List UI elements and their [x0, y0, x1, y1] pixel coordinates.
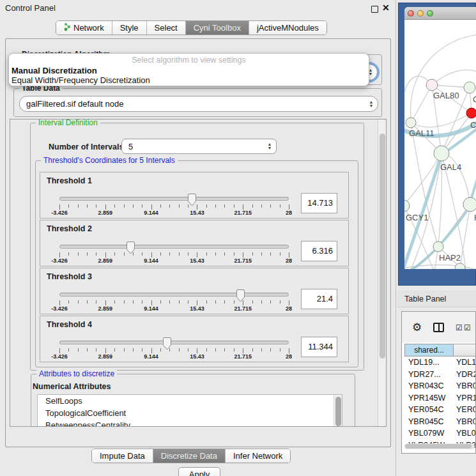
- node-gal11[interactable]: [406, 118, 416, 128]
- checkbox-icon[interactable]: ☑: [464, 323, 471, 332]
- cell[interactable]: YBL0: [454, 427, 476, 440]
- panel-scrollbar[interactable]: [378, 119, 386, 426]
- tab-infer-network[interactable]: Infer Network: [226, 449, 290, 463]
- tick-mark: [206, 252, 207, 256]
- tab-jactivemnodules[interactable]: jActiveMNodules: [249, 21, 326, 35]
- tab-label: Cyni Toolbox: [194, 23, 241, 33]
- cell[interactable]: YDL1: [454, 357, 476, 369]
- table-row[interactable]: YBR043CYBR0: [404, 380, 476, 392]
- network-canvas[interactable]: GAL80GACGAL11GAL4GCY1HHAP2: [404, 20, 476, 269]
- cell[interactable]: YPR145W: [404, 392, 454, 404]
- cell[interactable]: YIL052C: [404, 451, 454, 454]
- cell[interactable]: YER0: [454, 404, 476, 416]
- threshold-value-field[interactable]: 14.713: [301, 193, 337, 213]
- tick-mark: [59, 348, 60, 353]
- node-hnode[interactable]: [463, 197, 476, 211]
- slider-track[interactable]: [59, 245, 289, 249]
- tab-network[interactable]: Network: [56, 21, 112, 35]
- tab-style[interactable]: Style: [112, 21, 147, 35]
- cell[interactable]: YBR043C: [404, 380, 454, 392]
- table-row[interactable]: YBR045CYBR0: [404, 416, 476, 428]
- threshold-value-field[interactable]: 6.316: [301, 241, 337, 261]
- table-row[interactable]: YDR27...YDR2: [404, 369, 476, 381]
- float-window-icon[interactable]: [371, 6, 378, 13]
- table-data-combobox[interactable]: galFiltered.sif default node ▲▼: [19, 96, 378, 112]
- table-row[interactable]: YDL19...YDL1: [404, 357, 476, 369]
- tab-impute-data[interactable]: Impute Data: [92, 449, 153, 463]
- tick-mark: [289, 204, 289, 210]
- cell[interactable]: YBR045C: [404, 416, 454, 428]
- network-edge[interactable]: [411, 85, 432, 123]
- list-item[interactable]: BetweennessCentrality: [38, 419, 342, 427]
- cell[interactable]: YER054C: [404, 404, 454, 416]
- close-button[interactable]: [408, 10, 414, 17]
- table-row[interactable]: YPR145WYPR1: [404, 392, 476, 404]
- table-row[interactable]: YER054CYER0: [404, 404, 476, 416]
- tick-mark: [261, 252, 262, 256]
- cell[interactable]: YPR1: [454, 392, 476, 404]
- number-of-intervals-combobox[interactable]: 5 ▲▼: [121, 139, 277, 154]
- network-edge[interactable]: [404, 155, 441, 269]
- node-gal4[interactable]: [434, 146, 449, 161]
- tab-cyni-toolbox[interactable]: Cyni Toolbox: [186, 21, 249, 35]
- table-header: shared... na: [404, 344, 476, 357]
- tick-mark: [206, 300, 207, 303]
- table-row[interactable]: YIL052CYIL0: [404, 451, 476, 454]
- slider-thumb[interactable]: [187, 194, 197, 209]
- tick-label: 28: [286, 353, 292, 360]
- close-icon[interactable]: ✕: [382, 3, 390, 13]
- checkbox-icon[interactable]: ☑: [456, 323, 463, 332]
- table-row[interactable]: YBL079WYBL0: [404, 427, 476, 440]
- slider-thumb[interactable]: [126, 242, 135, 257]
- tick-label: 28: [286, 257, 292, 264]
- cell[interactable]: YBL079W: [404, 427, 454, 440]
- numerical-attributes-list[interactable]: SelfLoopsTopologicalCoefficientBetweenne…: [37, 394, 342, 427]
- tick-mark: [87, 348, 88, 351]
- apply-button[interactable]: Apply: [178, 467, 220, 476]
- dropdown-option-equal-width-frequency-discretization[interactable]: Equal Width/Frequency Discretization: [12, 75, 150, 85]
- minimize-button[interactable]: [417, 10, 424, 17]
- network-window-titlebar[interactable]: [404, 7, 476, 20]
- tick-mark: [224, 252, 225, 256]
- list-item[interactable]: TopologicalCoefficient: [38, 407, 342, 419]
- tick-mark: [78, 204, 79, 208]
- list-scrollbar[interactable]: [334, 395, 342, 427]
- slider-track[interactable]: [59, 293, 289, 296]
- tick-mark: [215, 252, 216, 256]
- cell[interactable]: YBR0: [454, 416, 476, 428]
- gear-icon[interactable]: ⚙: [412, 321, 422, 334]
- network-window[interactable]: GAL80GACGAL11GAL4GCY1HHAP2: [404, 7, 476, 269]
- slider-thumb[interactable]: [162, 337, 172, 353]
- tab-discretize-data[interactable]: Discretize Data: [153, 449, 226, 463]
- list-item[interactable]: SelfLoops: [38, 395, 342, 407]
- column-header[interactable]: shared...: [405, 344, 454, 356]
- cell[interactable]: YDR27...: [404, 369, 454, 381]
- slider-track[interactable]: [59, 197, 289, 201]
- node-hap2[interactable]: [433, 242, 443, 252]
- combo-stepper-icon[interactable]: ▲▼: [367, 100, 378, 108]
- threshold-value-field[interactable]: 21.4: [301, 289, 337, 309]
- zoom-button[interactable]: [427, 10, 433, 17]
- tab-select[interactable]: Select: [147, 21, 186, 35]
- threshold-value-field[interactable]: 11.344: [301, 337, 337, 357]
- node-topright[interactable]: [464, 82, 475, 93]
- tick-mark: [252, 300, 253, 303]
- columns-icon[interactable]: [433, 323, 444, 332]
- node-gcy1[interactable]: [404, 200, 410, 211]
- node-gal80[interactable]: [426, 79, 438, 91]
- cell[interactable]: YDL19...: [404, 357, 454, 369]
- combo-stepper-icon[interactable]: ▲▼: [266, 142, 276, 150]
- cell[interactable]: YDR2: [454, 369, 476, 381]
- cell[interactable]: YBR0: [454, 380, 476, 392]
- node-label-hap2: HAP2: [439, 253, 461, 263]
- dropdown-option-manual-discretization[interactable]: Manual Discretization: [12, 66, 97, 75]
- tick-mark: [124, 252, 125, 256]
- network-edge[interactable]: [404, 153, 441, 206]
- tick-mark: [197, 300, 197, 305]
- table-hscrollbar[interactable]: [404, 443, 475, 449]
- node-rednode[interactable]: [466, 108, 476, 118]
- cell[interactable]: YIL0: [454, 451, 476, 454]
- slider-thumb[interactable]: [236, 289, 245, 305]
- column-header[interactable]: na: [454, 344, 476, 356]
- slider-track[interactable]: [59, 341, 289, 344]
